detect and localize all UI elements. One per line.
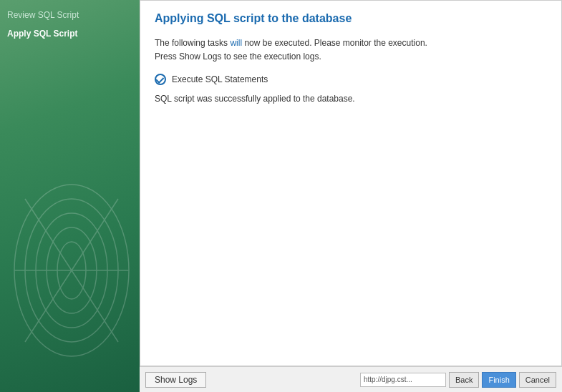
back-button[interactable]: Back (449, 372, 479, 388)
check-icon (155, 74, 166, 85)
cancel-button[interactable]: Cancel (519, 372, 556, 388)
description: The following tasks will now be executed… (155, 36, 547, 64)
desc-line1-pre: The following tasks (155, 38, 230, 48)
sidebar-item-review-sql[interactable]: Review SQL Script (0, 6, 140, 24)
task-row: Execute SQL Statements (155, 74, 547, 85)
sidebar-decoration (0, 163, 140, 378)
content-area: Applying SQL script to the database The … (140, 0, 562, 366)
show-logs-button[interactable]: Show Logs (145, 372, 206, 388)
desc-highlight: will (230, 38, 242, 48)
task-label: Execute SQL Statements (172, 74, 268, 84)
desc-line1-post: now be executed. Please monitor the exec… (242, 38, 427, 48)
sidebar-navigation: Review SQL Script Apply SQL Script (0, 0, 140, 43)
main-panel: Applying SQL script to the database The … (140, 0, 562, 392)
bottom-bar: Show Logs http://djpg.cst... Back Finish… (140, 366, 562, 392)
page-title: Applying SQL script to the database (155, 12, 547, 25)
success-message: SQL script was successfully applied to t… (155, 94, 547, 104)
bottom-left: Show Logs (145, 372, 206, 388)
url-bar: http://djpg.cst... (360, 373, 446, 387)
finish-button[interactable]: Finish (482, 372, 515, 388)
sidebar-item-apply-sql[interactable]: Apply SQL Script (0, 24, 140, 43)
sidebar: Review SQL Script Apply SQL Script (0, 0, 140, 392)
bottom-right: http://djpg.cst... Back Finish Cancel (360, 372, 556, 388)
desc-line2: Press Show Logs to see the execution log… (155, 52, 321, 62)
